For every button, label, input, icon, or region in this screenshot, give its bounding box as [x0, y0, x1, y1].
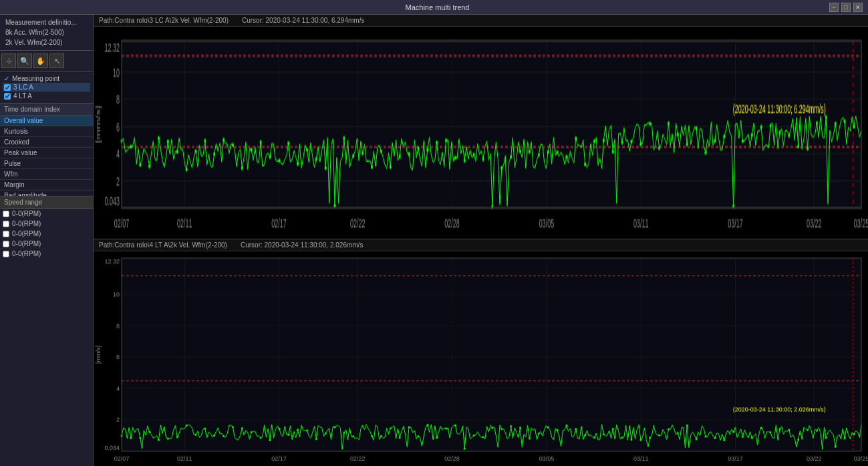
chart-panel-bottom: Path:Contra rolo\4 LT A\2k Vel. Wfm(2-20… [94, 239, 868, 466]
speed-check-2[interactable] [3, 231, 9, 237]
chart-canvas-bottom[interactable] [94, 251, 868, 466]
list-item-crooked[interactable]: Crooked [0, 137, 93, 148]
window-title: Machine multi trend [45, 3, 829, 11]
speed-check-0[interactable] [3, 211, 9, 217]
list-item-pulse[interactable]: Pulse [0, 158, 93, 169]
tool-bar: ⊹ 🔍 ✋ ↖ [0, 51, 93, 72]
checkbox-4lta[interactable]: 4 LT A [3, 92, 90, 100]
list-item-wfm[interactable]: Wfm [0, 169, 93, 180]
minimize-button[interactable]: − [829, 3, 839, 12]
sidebar-item-vel-wfm[interactable]: 2k Vel. Wfm(2-200) [3, 37, 90, 47]
list-item-bad-amp[interactable]: Bad amplitude [0, 191, 93, 196]
pan-tool[interactable]: ✋ [33, 53, 48, 68]
speed-item-0[interactable]: 0-0(RPM) [0, 209, 93, 219]
checkbox-3lca[interactable]: 3 LC A [3, 83, 90, 92]
chart-area: Path:Contra rolo\3 LC A\2k Vel. Wfm(2-20… [94, 15, 868, 466]
chart-body-bottom[interactable] [94, 251, 868, 466]
list-item-kurtosis[interactable]: Kurtosis [0, 126, 93, 137]
time-domain-list: Overall value Kurtosis Crooked Peak valu… [0, 116, 93, 196]
sidebar-top: Measurement definitio... 8k Acc. Wfm(2-5… [0, 15, 93, 51]
checkbox-4lta-input[interactable] [4, 93, 11, 100]
measuring-point-header: ✓ Measuring point [3, 74, 90, 83]
sidebar: Measurement definitio... 8k Acc. Wfm(2-5… [0, 15, 94, 466]
list-item-margin[interactable]: Margin [0, 180, 93, 191]
window-controls: − □ ✕ [829, 3, 863, 12]
list-item-overall[interactable]: Overall value [0, 116, 93, 126]
chart-header-bottom: Path:Contra rolo\4 LT A\2k Vel. Wfm(2-20… [94, 239, 868, 251]
speed-item-3[interactable]: 0-0(RPM) [0, 239, 93, 249]
select-tool[interactable]: ↖ [49, 53, 64, 68]
sidebar-item-meas-def[interactable]: Measurement definitio... [3, 17, 90, 27]
speed-range-header: Speed range [0, 197, 93, 209]
list-item-peak[interactable]: Peak value [0, 148, 93, 158]
speed-item-4[interactable]: 0-0(RPM) [0, 249, 93, 259]
sidebar-item-acc-wfm[interactable]: 8k Acc. Wfm(2-500) [3, 27, 90, 37]
chart-cursor-bottom: Cursor: 2020-03-24 11:30:00, 2.026mm/s [241, 241, 363, 249]
title-bar: Machine multi trend − □ ✕ [0, 0, 868, 15]
chart-path-bottom: Path:Contra rolo\4 LT A\2k Vel. Wfm(2-20… [99, 241, 227, 249]
speed-range-items: 0-0(RPM) 0-0(RPM) 0-0(RPM) 0-0(RPM) 0-0(… [0, 209, 93, 259]
cursor-tool[interactable]: ⊹ [1, 53, 16, 68]
chart-canvas-top[interactable] [94, 27, 868, 239]
measuring-point-section: ✓ Measuring point 3 LC A 4 LT A [0, 72, 93, 104]
speed-item-2[interactable]: 0-0(RPM) [0, 229, 93, 239]
main-layout: Measurement definitio... 8k Acc. Wfm(2-5… [0, 15, 868, 466]
checkbox-3lca-input[interactable] [4, 84, 11, 91]
maximize-button[interactable]: □ [841, 3, 851, 12]
chart-body-top[interactable] [94, 27, 868, 239]
speed-check-1[interactable] [3, 221, 9, 227]
chart-path-top: Path:Contra rolo\3 LC A\2k Vel. Wfm(2-20… [99, 17, 229, 24]
time-domain-header: Time domain index [0, 104, 93, 116]
chart-cursor-top: Cursor: 2020-03-24 11:30:00, 6.294mm/s [242, 17, 364, 24]
chart-panel-top: Path:Contra rolo\3 LC A\2k Vel. Wfm(2-20… [94, 15, 868, 239]
speed-check-3[interactable] [3, 241, 9, 247]
zoom-tool[interactable]: 🔍 [17, 53, 32, 68]
time-domain-section: Time domain index Overall value Kurtosis… [0, 104, 93, 197]
speed-check-4[interactable] [3, 251, 9, 257]
chart-header-top: Path:Contra rolo\3 LC A\2k Vel. Wfm(2-20… [94, 15, 868, 27]
speed-item-1[interactable]: 0-0(RPM) [0, 219, 93, 229]
close-button[interactable]: ✕ [853, 3, 863, 12]
